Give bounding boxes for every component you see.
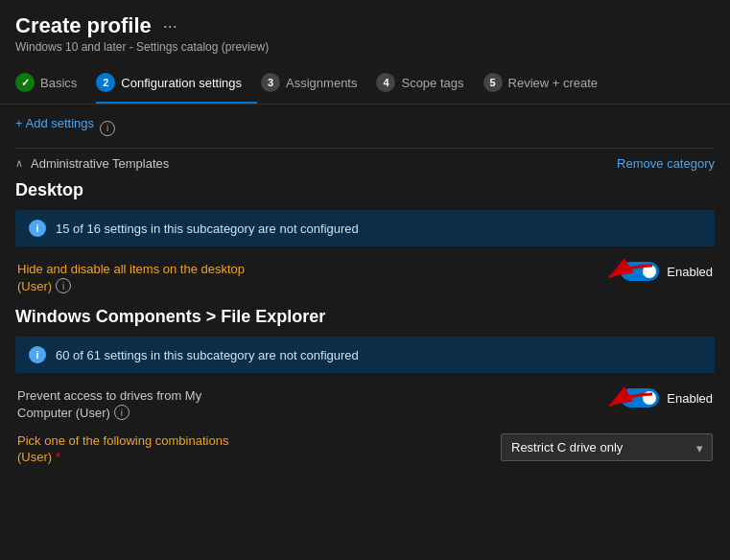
desktop-setting-label-line2: (User): [17, 279, 52, 293]
fileexplorer-toggle-container: Enabled: [621, 388, 713, 408]
fileexplorer-setting2-label1: Pick one of the following combinations: [17, 433, 228, 448]
desktop-toggle-label: Enabled: [667, 265, 713, 279]
desktop-setting-row: Hide and disable all items on the deskto…: [15, 262, 715, 293]
step-circle-assignments: 3: [261, 73, 280, 92]
step-circle-configuration: 2: [96, 73, 115, 92]
desktop-setting-label-line1: Hide and disable all items on the deskto…: [17, 262, 245, 276]
desktop-setting-right: Enabled: [621, 262, 713, 281]
page-subtitle: Windows 10 and later - Settings catalog …: [15, 40, 715, 54]
divider: [15, 148, 715, 149]
fileexplorer-setting1-right: Enabled: [621, 388, 713, 408]
page-header: Create profile ··· Windows 10 and later …: [0, 0, 730, 54]
step-label-assignments: Assignments: [286, 76, 357, 90]
wizard-step-scopetags[interactable]: 4 Scope tags: [376, 63, 479, 104]
ellipsis-button[interactable]: ···: [159, 16, 181, 36]
step-label-configuration: Configuration settings: [121, 76, 242, 90]
fileexplorer-banner-text: 60 of 61 settings in this subcategory ar…: [56, 348, 359, 362]
step-circle-scopetags: 4: [376, 73, 395, 92]
fileexplorer-setting2-right: Restrict C drive only Restrict A and B d…: [501, 433, 713, 461]
fileexplorer-setting2-label2: (User): [17, 450, 52, 464]
fileexplorer-dropdown[interactable]: Restrict C drive only Restrict A and B d…: [501, 433, 713, 461]
step-circle-review: 5: [483, 73, 503, 92]
remove-category-button[interactable]: Remove category: [617, 156, 715, 171]
page-title: Create profile: [15, 13, 152, 38]
fileexplorer-setting1-info-icon[interactable]: i: [114, 405, 130, 420]
wizard-step-basics[interactable]: ✓ Basics: [15, 63, 92, 104]
desktop-banner-icon: i: [29, 220, 46, 237]
category-chevron-icon[interactable]: ∧: [15, 157, 23, 170]
fileexplorer-toggle-label: Enabled: [667, 391, 713, 406]
wizard-step-review[interactable]: 5 Review + create: [483, 63, 614, 104]
category-name: Administrative Templates: [31, 156, 169, 171]
fileexplorer-section: Windows Components > File Explorer i 60 …: [15, 307, 715, 464]
wizard-step-configuration[interactable]: 2 Configuration settings: [96, 63, 257, 104]
wizard-nav: ✓ Basics 2 Configuration settings 3 Assi…: [0, 63, 730, 105]
required-star: *: [56, 450, 60, 464]
add-settings-info-icon[interactable]: i: [100, 121, 115, 136]
fileexplorer-section-title: Windows Components > File Explorer: [15, 307, 715, 327]
fileexplorer-banner-icon: i: [29, 346, 46, 363]
desktop-info-banner: i 15 of 16 settings in this subcategory …: [15, 210, 715, 246]
fileexplorer-toggle[interactable]: [621, 388, 659, 408]
category-header: ∧ Administrative Templates Remove catego…: [15, 156, 715, 171]
wizard-step-assignments[interactable]: 3 Assignments: [261, 63, 372, 104]
fileexplorer-setting1-row: Prevent access to drives from My Compute…: [15, 388, 715, 420]
fileexplorer-setting2-row: Pick one of the following combinations (…: [15, 433, 715, 464]
step-label-review: Review + create: [508, 76, 599, 90]
desktop-toggle[interactable]: [621, 262, 659, 281]
step-circle-basics: ✓: [15, 73, 35, 92]
desktop-toggle-container: Enabled: [621, 262, 713, 281]
add-settings-button[interactable]: + Add settings: [15, 116, 94, 130]
main-content: + Add settings i ∧ Administrative Templa…: [0, 105, 730, 489]
fileexplorer-setting1-label2: Computer (User): [17, 406, 110, 420]
desktop-banner-text: 15 of 16 settings in this subcategory ar…: [56, 222, 359, 236]
step-label-basics: Basics: [40, 76, 77, 90]
fileexplorer-info-banner: i 60 of 61 settings in this subcategory …: [15, 337, 715, 373]
step-label-scopetags: Scope tags: [401, 76, 463, 90]
desktop-setting-info-icon[interactable]: i: [56, 278, 71, 293]
desktop-section-title: Desktop: [15, 180, 715, 200]
fileexplorer-setting1-label1: Prevent access to drives from My: [17, 388, 201, 403]
fileexplorer-dropdown-wrapper: Restrict C drive only Restrict A and B d…: [501, 433, 713, 461]
desktop-section: Desktop i 15 of 16 settings in this subc…: [15, 180, 715, 293]
